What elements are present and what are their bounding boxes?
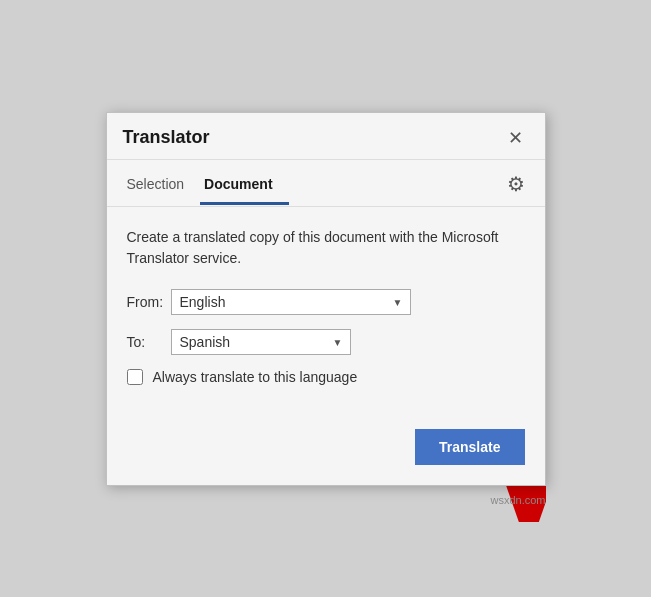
watermark: wsxdn.com	[490, 494, 545, 506]
translate-button[interactable]: Translate	[415, 429, 524, 465]
tabs: Selection Document	[123, 170, 289, 204]
description-text: Create a translated copy of this documen…	[127, 227, 525, 269]
footer: Translate	[107, 429, 545, 485]
from-language-select[interactable]: English	[171, 289, 411, 315]
checkbox-row: Always translate to this language	[127, 369, 525, 385]
to-label: To:	[127, 334, 171, 350]
dialog-title: Translator	[123, 127, 210, 148]
from-label: From:	[127, 294, 171, 310]
gear-icon: ⚙	[507, 173, 525, 195]
to-select-wrapper: Spanish	[171, 329, 351, 355]
from-select-wrapper: English	[171, 289, 411, 315]
settings-button[interactable]: ⚙	[503, 168, 529, 200]
tabs-row: Selection Document ⚙	[107, 160, 545, 207]
tab-selection[interactable]: Selection	[123, 170, 201, 205]
close-button[interactable]: ✕	[502, 127, 529, 149]
translator-dialog: Translator ✕ Selection Document ⚙ Create…	[106, 112, 546, 486]
title-bar: Translator ✕	[107, 113, 545, 160]
to-row: To: Spanish	[127, 329, 525, 355]
checkbox-label: Always translate to this language	[153, 369, 358, 385]
from-row: From: English	[127, 289, 525, 315]
to-language-select[interactable]: Spanish	[171, 329, 351, 355]
tab-document[interactable]: Document	[200, 170, 288, 205]
always-translate-checkbox[interactable]	[127, 369, 143, 385]
dialog-content: Create a translated copy of this documen…	[107, 207, 545, 429]
dialog-wrapper: Translator ✕ Selection Document ⚙ Create…	[106, 112, 546, 486]
